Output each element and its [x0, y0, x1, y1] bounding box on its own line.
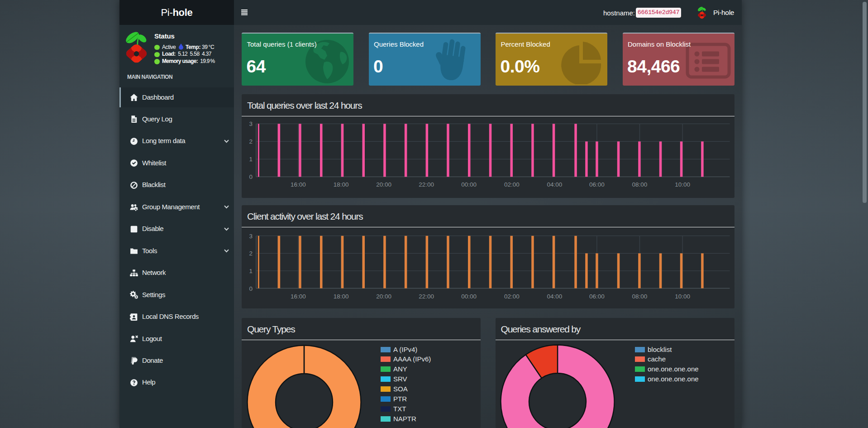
- svg-text:18:00: 18:00: [334, 181, 349, 188]
- svg-text:00:00: 00:00: [461, 293, 477, 300]
- svg-text:08:00: 08:00: [632, 293, 648, 300]
- svg-text:1: 1: [249, 268, 253, 274]
- svg-text:08:00: 08:00: [632, 181, 648, 188]
- svg-text:20:00: 20:00: [376, 293, 391, 300]
- svg-text:22:00: 22:00: [419, 293, 434, 300]
- svg-text:3: 3: [249, 233, 253, 240]
- svg-text:02:00: 02:00: [504, 293, 520, 300]
- svg-text:06:00: 06:00: [589, 293, 605, 300]
- svg-text:2: 2: [249, 138, 253, 145]
- svg-text:18:00: 18:00: [334, 293, 349, 300]
- svg-text:0: 0: [249, 173, 253, 180]
- svg-text:02:00: 02:00: [504, 181, 520, 188]
- svg-text:16:00: 16:00: [291, 181, 306, 188]
- svg-text:00:00: 00:00: [461, 181, 477, 188]
- svg-text:16:00: 16:00: [291, 293, 306, 300]
- svg-text:0: 0: [249, 285, 253, 292]
- svg-text:04:00: 04:00: [547, 181, 563, 188]
- svg-text:3: 3: [249, 120, 253, 127]
- svg-text:2: 2: [249, 250, 253, 257]
- svg-text:10:00: 10:00: [675, 293, 690, 300]
- svg-text:20:00: 20:00: [376, 181, 391, 188]
- svg-text:04:00: 04:00: [547, 293, 563, 300]
- svg-text:06:00: 06:00: [589, 181, 605, 188]
- svg-text:22:00: 22:00: [419, 181, 434, 188]
- svg-text:10:00: 10:00: [675, 181, 690, 188]
- svg-text:1: 1: [249, 156, 253, 163]
